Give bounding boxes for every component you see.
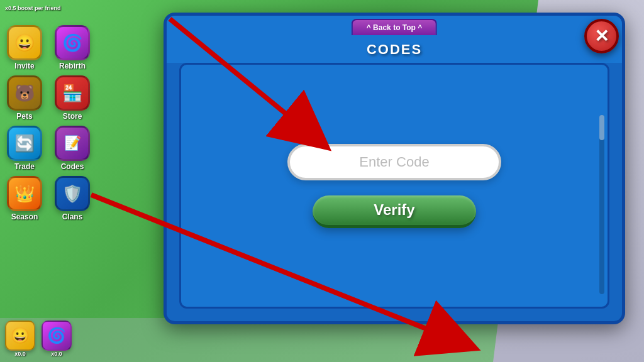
code-input[interactable] (287, 144, 501, 180)
sidebar-item-rebirth[interactable]: 🌀 Rebirth (51, 25, 94, 70)
sidebar-item-label-store: Store (63, 112, 82, 121)
scrollbar[interactable] (599, 115, 604, 294)
close-button[interactable]: ✕ (584, 19, 619, 53)
bottom-icons: 😀 x0.0 🌀 x0.0 (5, 321, 72, 357)
back-to-top-label[interactable]: ^ Back to Top ^ (352, 19, 437, 35)
clans-icon: 🛡️ (55, 176, 90, 211)
bottom-bar (0, 318, 644, 362)
sidebar-item-label-clans: Clans (62, 212, 83, 221)
season-icon: 👑 (7, 176, 42, 211)
boost-text: x0.5 boost per friend (5, 5, 61, 12)
scrollbar-thumb (599, 115, 604, 140)
modal-header: ^ Back to Top ^ CODES (167, 16, 622, 63)
player-icon: 😀 (5, 321, 35, 351)
invite-icon: 😀 (7, 25, 42, 60)
sidebar-item-codes[interactable]: 📝 Codes (51, 126, 94, 171)
codes-modal: ✕ ^ Back to Top ^ CODES Verify (164, 13, 625, 324)
sidebar-item-clans[interactable]: 🛡️ Clans (51, 176, 94, 221)
store-icon: 🏪 (55, 75, 90, 111)
sidebar-item-label-invite: Invite (14, 62, 34, 70)
sidebar-item-label-codes: Codes (61, 162, 84, 171)
player-count: x0.0 (14, 351, 26, 357)
sidebar-item-invite[interactable]: 😀 Invite (3, 25, 46, 70)
bottom-icon-pet[interactable]: 🌀 x0.0 (42, 321, 72, 357)
back-to-top-button[interactable]: ^ Back to Top ^ (352, 19, 437, 35)
sidebar-item-trade[interactable]: 🔄 Trade (3, 126, 46, 171)
codes-title: CODES (367, 41, 422, 58)
sidebar-item-label-rebirth: Rebirth (59, 62, 86, 70)
modal-inner: Verify (179, 63, 609, 309)
sidebar-item-label-pets: Pets (16, 112, 32, 121)
pet-count: x0.0 (51, 351, 62, 357)
sidebar-item-label-trade: Trade (14, 162, 35, 171)
sidebar-item-store[interactable]: 🏪 Store (51, 75, 94, 121)
codes-icon: 📝 (55, 126, 90, 161)
sidebar-item-label-season: Season (11, 212, 38, 221)
sidebar-item-pets[interactable]: 🐻 Pets (3, 75, 46, 121)
bottom-icon-player[interactable]: 😀 x0.0 (5, 321, 35, 357)
sidebar-item-season[interactable]: 👑 Season (3, 176, 46, 221)
pets-icon: 🐻 (7, 75, 42, 111)
rebirth-icon: 🌀 (55, 25, 90, 60)
verify-button[interactable]: Verify (313, 195, 476, 228)
pet-icon: 🌀 (42, 321, 72, 351)
trade-icon: 🔄 (7, 126, 42, 161)
sidebar: 😀 Invite 🌀 Rebirth 🐻 Pets 🏪 Store 🔄 Trad… (3, 25, 94, 221)
